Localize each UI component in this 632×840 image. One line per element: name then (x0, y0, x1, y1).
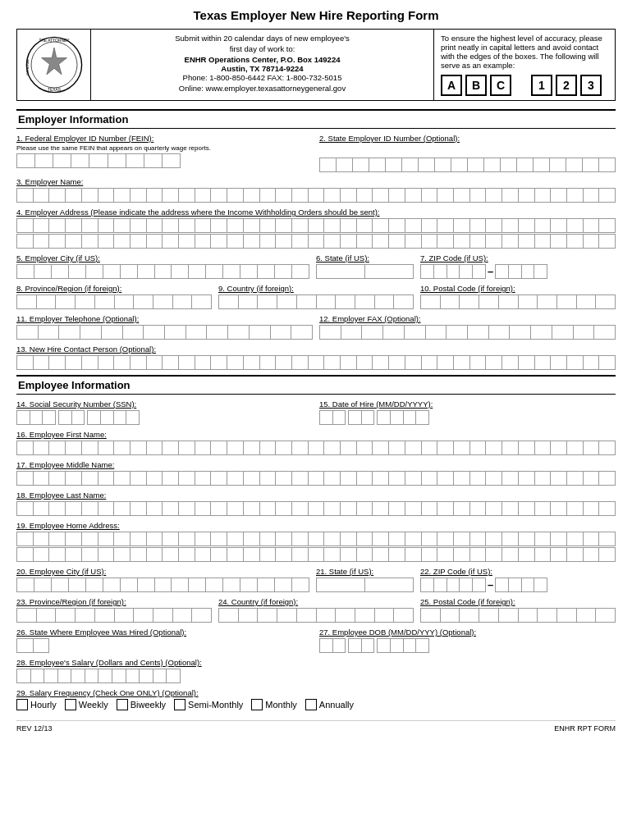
emp-province-input[interactable] (16, 608, 212, 623)
freq-semimonthly-label: Semi-Monthly (188, 700, 243, 710)
svg-text:GENERAL: GENERAL (25, 58, 30, 75)
employer-postal-field: 10. Postal Code (if foreign): (420, 284, 616, 309)
freq-semimonthly-checkbox[interactable] (174, 699, 185, 710)
employer-postal-input[interactable] (420, 294, 616, 309)
fein-cell-2[interactable] (34, 153, 53, 168)
employer-foreign-row: 8. Province/Region (if foreign): 9. Coun… (16, 284, 616, 309)
fein-input[interactable] (16, 153, 181, 168)
example-boxes: A B C 1 2 3 (441, 75, 608, 96)
emp-lastname-label: 18. Employee Last Name: (16, 491, 616, 500)
footer: REV 12/13 ENHR RPT FORM (16, 720, 616, 733)
freq-annually-checkbox[interactable] (305, 699, 317, 710)
freq-biweekly-checkbox[interactable] (117, 699, 128, 710)
employer-zip-input-5[interactable] (420, 264, 486, 279)
ssn-part1[interactable] (16, 410, 56, 425)
hire-yyyy[interactable] (377, 410, 429, 425)
salary-frequency-label: 29. Salary Frequency (Check One ONLY) (O… (16, 688, 616, 697)
example-box-2: 2 (556, 75, 577, 96)
header-section: THE ATTORNEY TEXAS GENERAL Submit within… (16, 29, 616, 101)
emp-dob-label: 27. Employee DOB (MM/DD/YYY) (Optional): (319, 628, 616, 637)
fein-cell-3[interactable] (53, 153, 71, 168)
salary-frequency-field: 29. Salary Frequency (Check One ONLY) (O… (16, 688, 616, 710)
contact-person-input[interactable] (16, 355, 616, 370)
emp-address-input[interactable] (16, 532, 616, 562)
state-employer-id-input[interactable] (319, 158, 616, 172)
emp-hired-state-input[interactable] (16, 638, 49, 653)
emp-salary-label: 28. Employee's Salary (Dollars and Cents… (16, 658, 616, 667)
employer-city-input[interactable] (16, 264, 309, 279)
employer-name-label: 3. Employer Name: (16, 177, 616, 186)
zip-dash: – (486, 265, 495, 279)
emp-state-field: 21. State (if US): (316, 567, 414, 592)
emp-zip-4[interactable] (495, 578, 547, 592)
emp-zip-dash: – (486, 578, 495, 592)
emp-country-input[interactable] (218, 608, 414, 623)
ssn-part2[interactable] (58, 410, 85, 425)
employer-city-state-zip-row: 5. Employer City (if US): 6. State (if U… (16, 253, 616, 279)
hire-mm[interactable] (319, 410, 346, 425)
freq-monthly-checkbox[interactable] (251, 699, 263, 710)
fein-sublabel: Please use the same FEIN that appears on… (16, 144, 313, 152)
emp-postal-input[interactable] (420, 608, 616, 623)
fein-cell-6[interactable] (108, 153, 126, 168)
emp-state-label: 21. State (if US): (316, 567, 414, 576)
hire-dd[interactable] (348, 410, 374, 425)
employer-state-input[interactable] (316, 264, 414, 279)
employer-state-label: 6. State (if US): (316, 253, 414, 262)
employer-fax-label: 12. Employer FAX (Optional): (319, 314, 616, 323)
fein-cell-9[interactable] (162, 153, 181, 168)
emp-lastname-field: 18. Employee Last Name: (16, 491, 616, 516)
employer-zip-field: 7. ZIP Code (if US): – (420, 253, 616, 279)
emp-city-state-zip-row: 20. Employee City (if US): 21. State (if… (16, 567, 616, 592)
fein-cell-4[interactable] (71, 153, 89, 168)
ssn-label: 14. Social Security Number (SSN): (16, 399, 313, 409)
hire-date-input[interactable] (319, 410, 616, 425)
hire-date-label: 15. Date of Hire (MM/DD/YYYY): (319, 399, 616, 409)
emp-zip-field: 22. ZIP Code (if US): – (420, 567, 616, 592)
ssn-input[interactable] (16, 410, 313, 425)
employer-phone-input[interactable] (16, 325, 313, 340)
ssn-part3[interactable] (87, 410, 140, 425)
emp-dob-field: 27. Employee DOB (MM/DD/YYY) (Optional): (319, 628, 616, 653)
employer-zip-input-4[interactable] (495, 264, 547, 279)
dob-dd[interactable] (348, 638, 374, 653)
emp-zip-label: 22. ZIP Code (if US): (420, 567, 616, 576)
ssn-field: 14. Social Security Number (SSN): (16, 399, 313, 425)
emp-salary-input[interactable] (16, 669, 181, 683)
employer-address-input[interactable] (16, 218, 616, 249)
fein-cell-7[interactable] (126, 153, 144, 168)
employer-phone-fax-row: 11. Employer Telephone (Optional): 12. E… (16, 314, 616, 340)
freq-hourly-checkbox[interactable] (16, 699, 28, 710)
emp-state-input[interactable] (316, 578, 414, 592)
employer-fax-input[interactable] (319, 325, 616, 340)
instructions-phone: Phone: 1-800-850-6442 FAX: 1-800-732-501… (98, 73, 427, 82)
freq-weekly-checkbox[interactable] (65, 699, 76, 710)
fein-cell-8[interactable] (144, 153, 162, 168)
state-employer-id-field: 2. State Employer ID Number (Optional): (319, 134, 616, 172)
instructions-line2: first day of work to: (98, 44, 427, 53)
fein-cell-1[interactable] (16, 153, 34, 168)
emp-dob-input[interactable] (319, 638, 616, 653)
emp-zip-5[interactable] (420, 578, 486, 592)
employer-province-input[interactable] (16, 294, 212, 309)
employer-country-field: 9. Country (if foreign): (218, 284, 414, 309)
emp-lastname-input[interactable] (16, 501, 616, 516)
fein-cell-5[interactable] (89, 153, 107, 168)
emp-city-input[interactable] (16, 578, 309, 592)
dob-mm[interactable] (319, 638, 346, 653)
footer-revision: REV 12/13 (16, 724, 53, 733)
emp-hired-state-field: 26. State Where Employee Was Hired (Opti… (16, 628, 313, 653)
emp-middlename-input[interactable] (16, 471, 616, 486)
emp-province-label: 23. Province/Region (if foreign): (16, 597, 212, 606)
employer-country-input[interactable] (218, 294, 414, 309)
emp-firstname-input[interactable] (16, 441, 616, 455)
emp-country-field: 24. Country (if foreign): (218, 597, 414, 623)
header-example: To ensure the highest level of accuracy,… (434, 30, 615, 100)
instructions-address2: Austin, TX 78714-9224 (98, 64, 427, 73)
employer-fax-field: 12. Employer FAX (Optional): (319, 314, 616, 340)
dob-yyyy[interactable] (377, 638, 429, 653)
freq-monthly-label: Monthly (265, 700, 297, 710)
contact-person-field: 13. New Hire Contact Person (Optional): (16, 345, 616, 370)
example-box-b: B (465, 75, 487, 96)
employer-name-input[interactable] (16, 188, 616, 203)
